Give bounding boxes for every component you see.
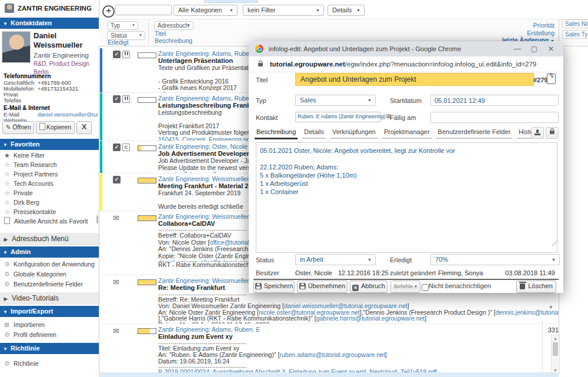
star-icon: ☆: [4, 207, 14, 216]
richtlinie-list: ⚙Richtlinie: [0, 359, 99, 369]
tab-verknuepfungen[interactable]: Verknüpfungen: [330, 128, 377, 139]
chevron-down-icon: ▼: [187, 22, 191, 29]
email-icon: ✉: [113, 326, 119, 335]
filter-select[interactable]: kein Filter▼: [243, 5, 324, 16]
typ-value: Sales: [300, 96, 316, 104]
sidebar-item-ansicht-favorit[interactable]: Aktuelle Ansicht als Favorit: [0, 216, 99, 226]
column-beschreibung[interactable]: Beschreibung: [155, 37, 192, 44]
loeschen-button[interactable]: Löschen: [516, 281, 556, 293]
section-header-import-export[interactable]: ▼Import/Export: [0, 306, 99, 317]
maximize-button[interactable]: ▢: [531, 45, 537, 53]
contact-role: R&D, Product Design: [34, 61, 89, 67]
favorite-label: Private: [14, 189, 33, 196]
sidebar-item-richtlinie[interactable]: ⚙Richtlinie: [0, 359, 99, 369]
type-icons: ✉: [113, 326, 119, 335]
sidebar-item-team-research[interactable]: ☆Team Research: [0, 160, 99, 169]
status-select[interactable]: in Arbeit▼: [295, 254, 376, 265]
tab-projektmanager[interactable]: Projektmanager: [382, 128, 432, 139]
sidebar-item-globale-kategorien[interactable]: ⚙Globale Kategorien: [0, 269, 99, 279]
column-erledigt[interactable]: Erledigt: [108, 39, 129, 46]
sidebar-item-konfiguration[interactable]: ⚙Konfiguration der Anwendung: [0, 259, 99, 269]
faellig-label: Fällig am: [390, 114, 416, 121]
add-entry-button[interactable]: +: [102, 5, 115, 18]
filter-value: kein Filter: [248, 6, 276, 14]
sidebar-item-dirk-berg[interactable]: ☆Dirk Berg: [0, 198, 99, 207]
list-row[interactable]: ✉Zantir Engineering: Adams, Ruben. EEinl…: [99, 324, 559, 377]
section-header-video-tutorials[interactable]: ▶Video-Tutorials: [0, 292, 99, 305]
quick-add-input[interactable]: [115, 5, 172, 15]
speichern-button[interactable]: Speichern: [253, 281, 295, 293]
attachment-link[interactable]: gabriele.harris@tutorial.egroupware.net: [316, 315, 425, 322]
besitzer-value: Oster, Nicole: [295, 269, 332, 276]
column-prioritaet[interactable]: Priorität: [533, 22, 554, 29]
befehle-select[interactable]: Befehle...▼: [390, 281, 420, 293]
call-status-icon: C: [122, 144, 130, 151]
tab-beschreibung[interactable]: Beschreibung: [255, 128, 298, 139]
sales-nachv-column[interactable]: Sales Nachv: [562, 19, 588, 28]
encrypt-button[interactable]: [546, 127, 559, 139]
notify-checkbox[interactable]: [422, 284, 429, 291]
description-textarea[interactable]: 05.01.2021 Oster, Nicole: Angebot vorber…: [256, 142, 557, 253]
tab-details[interactable]: Details: [302, 128, 326, 139]
row-description-line: Datum: 19.06.2019, 16:24: [158, 358, 557, 365]
attachment-link[interactable]: ruben.adams@tutorial.egroupware.net: [279, 351, 385, 358]
minimize-button[interactable]: —: [514, 45, 521, 53]
section-header-kontaktdaten[interactable]: ▼Kontaktdaten: [0, 18, 99, 29]
typ-filter-select[interactable]: Typ▼: [107, 21, 138, 30]
sidebar-item-importieren[interactable]: ⊞Importieren: [0, 320, 99, 330]
close-contact-button[interactable]: X: [76, 121, 92, 134]
section-header-adressbuch-menue[interactable]: ▶Adressbuch Menü: [0, 233, 99, 245]
tab-benutzerdef-felder[interactable]: Benutzerdefinierte Felder: [436, 128, 513, 139]
details-select[interactable]: Details▼: [328, 5, 365, 16]
sidebar-item-benutzerdef-felder[interactable]: ⚙Benutzerdefinierte Felder: [0, 279, 99, 289]
favorite-label: Aktuelle Ansicht als Favorit: [14, 218, 88, 225]
resize-handle[interactable]: [552, 241, 557, 246]
email-header: E-Mail & Internet: [4, 105, 50, 111]
row-overflow-arrow-icon[interactable]: ▼: [549, 305, 553, 310]
stamp-button[interactable]: [531, 127, 544, 139]
scroll-down-icon[interactable]: ▼: [552, 368, 559, 372]
section-header-richtlinie[interactable]: ▼Richtlinie: [0, 343, 99, 354]
column-erstellung[interactable]: Erstellung: [527, 29, 554, 36]
titel-input[interactable]: [295, 73, 534, 86]
task-check-icon: ✓: [113, 176, 121, 184]
kontakt-chip[interactable]: Ruben. E Adams (Zantir Engineering)☒: [295, 112, 380, 122]
adressbuch-select[interactable]: Adressbuch▼: [154, 21, 193, 30]
sidebar-item-keine-filter[interactable]: ★Keine Filter: [0, 151, 99, 160]
abbruch-button[interactable]: ✕Abbruch: [350, 281, 387, 293]
startdatum-label: Startdatum: [390, 97, 422, 104]
row-contact-link[interactable]: Zantir Engineering: Adams, Ruben. E: [158, 326, 557, 333]
sidebar-item-tech-accounts[interactable]: ☆Tech Accounts: [0, 179, 99, 188]
typ-select[interactable]: Sales▼: [295, 95, 376, 106]
category-color-strip: [100, 48, 102, 92]
erledigt-select[interactable]: 70%▼: [430, 254, 560, 265]
faellig-input[interactable]: [430, 112, 559, 123]
sidebar-item-profil-definieren[interactable]: ⚙Profil definieren: [0, 330, 99, 340]
sidebar-scroll-handle[interactable]: [96, 215, 98, 223]
description-text: Vertrag und Produktmuster folgen: [158, 129, 250, 136]
sales-ty-column[interactable]: Sales Ty ▼: [562, 30, 588, 39]
scroll-thumb[interactable]: [553, 342, 558, 356]
section-header-favoriten[interactable]: ▼Favoriten: [0, 139, 99, 150]
column-titel[interactable]: Titel: [155, 30, 166, 37]
copy-contact-button[interactable]: Kopieren: [36, 121, 75, 134]
dialog-titlebar[interactable]: infolog-edit: Angebot und Unterlagen zum…: [249, 41, 563, 56]
section-label: Import/Export: [11, 308, 53, 315]
sidebar-item-project-partners[interactable]: ☆Project Partners: [0, 169, 99, 179]
sidebar-item-private[interactable]: ☆Private: [0, 188, 99, 198]
uebernehmen-button[interactable]: Übernehmen: [297, 281, 348, 293]
chevron-down-icon: ▼: [356, 5, 360, 15]
list-scrollbar[interactable]: ▲ ▼: [551, 335, 560, 373]
save-icon: [255, 283, 262, 289]
sidebar-item-pressekontakte[interactable]: ☆Pressekontakte: [0, 207, 99, 216]
progress-bar: [138, 328, 156, 334]
section-header-admin[interactable]: ▼Admin: [0, 246, 99, 258]
open-contact-button[interactable]: ✎ Öffnen: [2, 121, 34, 134]
categories-select[interactable]: Alle Kategorien▼: [173, 5, 238, 16]
clipboard-edit-icon[interactable]: [547, 74, 556, 84]
scroll-up-icon[interactable]: ▲: [552, 336, 559, 341]
dialog-urlbar[interactable]: tutorial.egroupware.net/egw/index.php?me…: [249, 56, 563, 72]
startdatum-input[interactable]: [430, 95, 559, 106]
close-button[interactable]: ✕: [548, 45, 554, 53]
attachment-link[interactable]: 150415_Concept_Engineering.pdf: [158, 136, 252, 141]
